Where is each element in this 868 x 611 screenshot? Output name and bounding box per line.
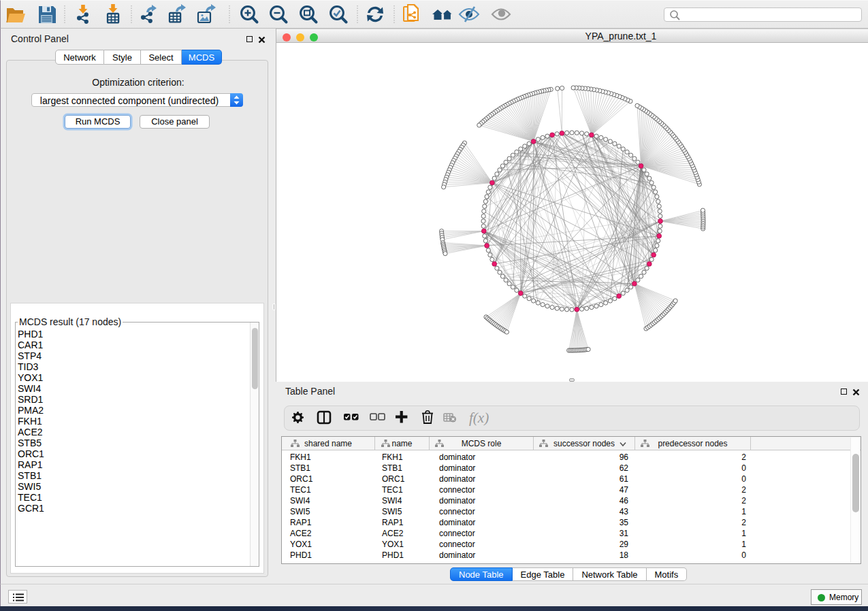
svg-text:f(x): f(x) bbox=[469, 410, 489, 426]
